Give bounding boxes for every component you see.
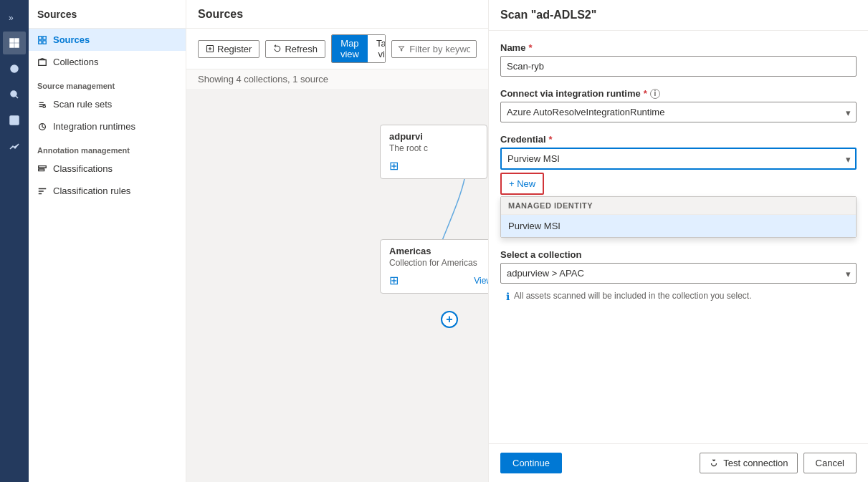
scan-rule-sets-icon [37,100,47,110]
main-header: Sources [186,0,488,29]
svg-rect-4 [15,44,19,47]
right-panel: Scan "ad-ADLS2" Name * Connect via integ… [488,0,868,482]
name-input[interactable] [500,56,857,77]
sources-icon [37,35,47,45]
collection-select[interactable]: adpurview > APAC [500,263,857,284]
sidebar-item-scan-rule-sets[interactable]: Scan rule sets [29,93,186,115]
register-label: Register [217,44,252,54]
runtime-group: Connect via integration runtime * i Azur… [500,88,857,122]
continue-button[interactable]: Continue [500,453,562,473]
refresh-label: Refresh [285,44,318,54]
name-label: Name * [500,42,857,53]
svg-rect-8 [39,36,42,39]
americas-footer: ⊞ View d [389,274,488,287]
collection-group: Select a collection adpurview > APAC ▾ ℹ… [500,249,857,307]
credential-select[interactable]: Purview MSI [500,148,857,170]
name-required-star: * [528,42,532,53]
sidebar-header: Sources [29,0,186,29]
refresh-icon [273,44,282,53]
runtime-select-wrapper: Azure AutoResolveIntegrationRuntime ▾ [500,102,857,122]
filter-input[interactable] [409,44,470,54]
view-details-link[interactable]: View d [474,276,488,286]
sidebar-item-classification-rules[interactable]: Classification rules [29,180,186,202]
adpurview-footer: ⊞ [389,159,478,173]
credential-select-wrapper: Purview MSI ▾ [500,148,857,170]
classification-rules-icon [37,186,47,196]
sidebar-item-classifications[interactable]: Classifications [29,158,186,180]
test-connection-icon [709,458,719,468]
browse-rail-icon[interactable] [3,83,26,106]
main-content: Sources Register Refresh Map view Table … [186,0,488,482]
collection-select-wrapper: adpurview > APAC ▾ [500,263,857,284]
filter-icon [398,44,405,53]
credential-label: Credential * [500,134,857,145]
classifications-icon [37,164,47,174]
collection-info-box: ℹ All assets scanned will be included in… [500,286,857,307]
integration-runtimes-icon [37,122,47,132]
svg-point-6 [11,91,16,97]
adpurview-subtitle: The root c [389,143,478,153]
runtime-select[interactable]: Azure AutoResolveIntegrationRuntime [500,102,857,122]
svg-rect-1 [10,39,14,42]
register-button[interactable]: Register [198,40,259,58]
map-view-button[interactable]: Map view [332,35,368,62]
classification-rules-label: Classification rules [53,185,130,196]
test-connection-label: Test connection [723,458,788,468]
cancel-button[interactable]: Cancel [803,453,857,473]
table-view-button[interactable]: Table view [368,35,386,62]
map-canvas: adpurvi The root c ⊞ Americas Collection… [186,89,488,482]
svg-rect-10 [39,40,42,43]
footer-left: Continue [500,453,562,473]
collections-label: Collections [53,57,99,67]
collection-label: Select a collection [500,249,857,260]
adpurview-title: adpurvi [389,131,478,142]
source-management-section: Source management [29,73,186,93]
name-group: Name * [500,42,857,77]
sidebar-item-integration-runtimes[interactable]: Integration runtimes [29,115,186,138]
annotation-management-section: Annotation management [29,138,186,158]
adpurview-grid-icon[interactable]: ⊞ [389,159,399,173]
scan-rule-sets-label: Scan rule sets [53,99,112,110]
panel-footer: Continue Test connection Cancel [489,443,868,482]
glossary-rail-icon[interactable] [3,109,26,132]
panel-title: Scan "ad-ADLS2" [489,0,868,31]
dropdown-header: MANAGED IDENTITY [501,197,856,215]
sidebar: Sources Sources Collections Source manag… [29,0,186,482]
insights-rail-icon[interactable] [3,135,26,158]
americas-grid-icon[interactable]: ⊞ [389,274,399,287]
runtime-required-star: * [644,88,647,99]
sources-rail-icon[interactable] [3,32,26,54]
data-rail-icon[interactable] [3,57,26,80]
americas-subtitle: Collection for Americas [389,258,488,268]
integration-runtimes-label: Integration runtimes [53,121,135,132]
search-bar [391,40,477,58]
purview-msi-option[interactable]: Purview MSI [501,215,856,237]
svg-point-12 [43,105,46,107]
main-title: Sources [198,8,243,21]
new-credential-button[interactable]: + New [500,173,544,195]
sidebar-item-collections[interactable]: Collections [29,51,186,73]
sidebar-title: Sources [37,9,77,20]
americas-card: Americas Collection for Americas ⊞ View … [380,239,488,294]
icon-rail: » [0,0,29,482]
collections-icon [37,57,47,67]
add-collection-btn[interactable]: + [441,311,458,328]
americas-title: Americas [389,246,488,256]
adpurview-card: adpurvi The root c ⊞ [380,125,487,179]
runtime-label: Connect via integration runtime * i [500,88,857,99]
register-icon [206,44,214,53]
svg-rect-9 [43,36,46,39]
test-connection-button[interactable]: Test connection [700,453,797,473]
sidebar-item-sources[interactable]: Sources [29,29,186,51]
refresh-button[interactable]: Refresh [265,40,325,58]
collection-info-text: All assets scanned will be included in t… [514,291,752,301]
showing-text: Showing 4 collections, 1 source [186,69,488,89]
svg-rect-11 [43,40,46,43]
classifications-label: Classifications [53,163,113,174]
toolbar: Register Refresh Map view Table view [186,29,488,69]
panel-body: Name * Connect via integration runtime *… [489,31,868,443]
credential-group: Credential * Purview MSI ▾ + New MANAGED… [500,134,857,238]
sources-label: Sources [53,34,90,45]
expand-icon[interactable]: » [3,6,26,29]
runtime-info-icon[interactable]: i [650,89,660,99]
